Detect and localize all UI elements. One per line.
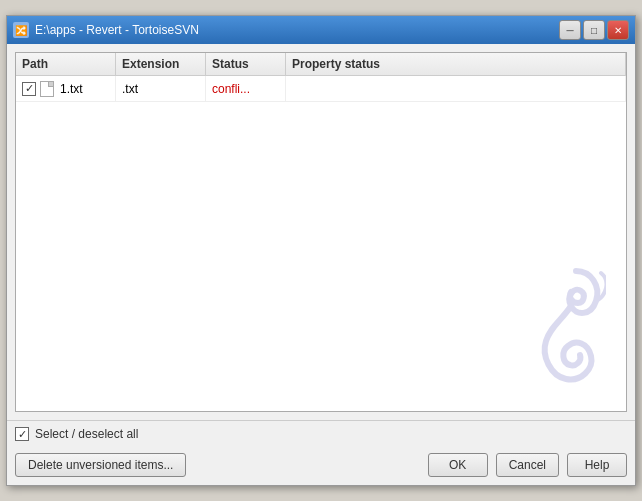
maximize-button[interactable]: □	[583, 20, 605, 40]
column-header-property-status[interactable]: Property status	[286, 53, 626, 75]
help-button[interactable]: Help	[567, 453, 627, 477]
cell-extension: .txt	[116, 76, 206, 101]
column-header-status[interactable]: Status	[206, 53, 286, 75]
select-all-label: Select / deselect all	[35, 427, 138, 441]
cancel-button[interactable]: Cancel	[496, 453, 559, 477]
column-header-path[interactable]: Path	[16, 53, 116, 75]
app-icon: 🔀	[13, 22, 29, 38]
delete-unversioned-button[interactable]: Delete unversioned items...	[15, 453, 186, 477]
file-list-container: Path Extension Status Property status 1.…	[15, 52, 627, 412]
cell-path-value: 1.txt	[60, 82, 83, 96]
close-button[interactable]: ✕	[607, 20, 629, 40]
ok-button[interactable]: OK	[428, 453, 488, 477]
button-row: Delete unversioned items... OK Cancel He…	[7, 447, 635, 485]
column-header-extension[interactable]: Extension	[116, 53, 206, 75]
cell-status: confli...	[206, 76, 286, 101]
window-title: E:\apps - Revert - TortoiseSVN	[35, 23, 199, 37]
title-bar: 🔀 E:\apps - Revert - TortoiseSVN ─ □ ✕	[7, 16, 635, 44]
table-row: 1.txt .txt confli...	[16, 76, 626, 102]
bottom-bar: Select / deselect all	[7, 420, 635, 447]
row-checkbox[interactable]	[22, 82, 36, 96]
title-bar-controls: ─ □ ✕	[559, 20, 629, 40]
window-body: Path Extension Status Property status 1.…	[7, 44, 635, 420]
file-list-header: Path Extension Status Property status	[16, 53, 626, 76]
minimize-button[interactable]: ─	[559, 20, 581, 40]
cell-property-status	[286, 76, 626, 101]
select-all-checkbox[interactable]	[15, 427, 29, 441]
file-icon	[40, 81, 56, 97]
file-list-body: 1.txt .txt confli...	[16, 76, 626, 406]
title-bar-left: 🔀 E:\apps - Revert - TortoiseSVN	[13, 22, 199, 38]
main-window: 🔀 E:\apps - Revert - TortoiseSVN ─ □ ✕ P…	[6, 15, 636, 486]
cell-path: 1.txt	[16, 76, 116, 101]
